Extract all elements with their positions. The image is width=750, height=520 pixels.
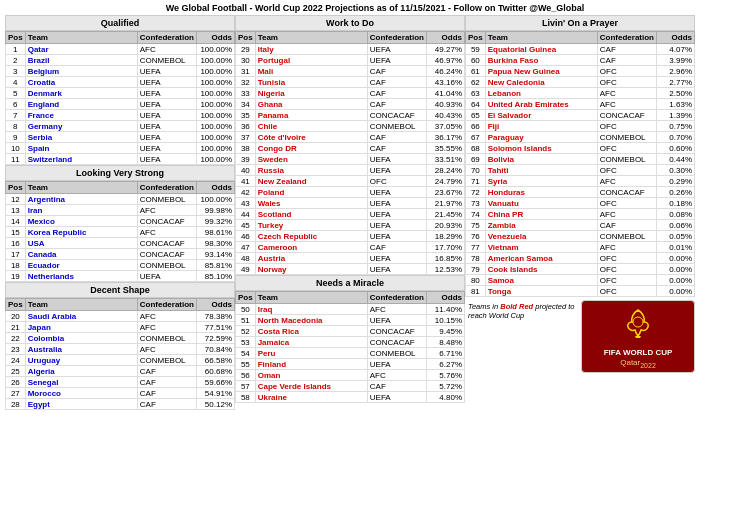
table-row: 17CanadaCONCACAF93.14% (6, 249, 235, 260)
table-row: 2BrazilCONMEBOL100.00% (6, 55, 235, 66)
looking-strong-header: Looking Very Strong (5, 165, 235, 181)
table-row: 12ArgentinaCONMEBOL100.00% (6, 194, 235, 205)
table-row: 8GermanyUEFA100.00% (6, 121, 235, 132)
table-row: 47CameroonCAF17.70% (236, 242, 465, 253)
table-row: 81TongaOFC0.00% (466, 286, 695, 297)
table-row: 80SamoaOFC0.00% (466, 275, 695, 286)
table-row: 15Korea RepublicAFC98.61% (6, 227, 235, 238)
table-row: 32TunisiaCAF43.16% (236, 77, 465, 88)
table-row: 79Cook IslandsOFC0.00% (466, 264, 695, 275)
table-row: 56OmanAFC5.76% (236, 370, 465, 381)
col2: Work to Do Pos Team Confederation Odds 2… (235, 15, 465, 410)
table-row: 7FranceUEFA100.00% (6, 110, 235, 121)
table-row: 20Saudi ArabiaAFC78.38% (6, 311, 235, 322)
table-row: 57Cape Verde IslandsCAF5.72% (236, 381, 465, 392)
note-bold-red: Bold Red (500, 302, 533, 311)
table-row: 35PanamaCONCACAF40.43% (236, 110, 465, 121)
table-row: 58UkraineUEFA4.80% (236, 392, 465, 403)
wc-trophy-icon (619, 305, 657, 343)
wc-main-text: FIFA WORLD CUP (604, 348, 673, 358)
table-row: 62New CaledoniaOFC2.77% (466, 77, 695, 88)
qualified-header: Qualified (5, 15, 235, 31)
table-row: 25AlgeriaCAF60.68% (6, 366, 235, 377)
decent-shape-header: Decent Shape (5, 282, 235, 298)
table-row: 72HondurasCONCACAF0.26% (466, 187, 695, 198)
table-row: 43WalesUEFA21.97% (236, 198, 465, 209)
table-row: 65El SalvadorCONCACAF1.39% (466, 110, 695, 121)
note-area: Teams in Bold Red projected to reach Wor… (465, 300, 579, 373)
table-row: 52Costa RicaCONCACAF9.45% (236, 326, 465, 337)
table-row: 51North MacedoniaUEFA10.15% (236, 315, 465, 326)
needs-miracle-header: Needs a Miracle (235, 275, 465, 291)
table-row: 29ItalyUEFA49.27% (236, 44, 465, 55)
table-row: 48AustriaUEFA16.85% (236, 253, 465, 264)
table-row: 76VenezuelaCONMEBOL0.05% (466, 231, 695, 242)
table-row: 4CroatiaUEFA100.00% (6, 77, 235, 88)
table-row: 67ParaguayCONMEBOL0.70% (466, 132, 695, 143)
table-row: 53JamaicaCONCACAF8.48% (236, 337, 465, 348)
table-row: 49NorwayUEFA12.53% (236, 264, 465, 275)
table-row: 45TurkeyUEFA20.93% (236, 220, 465, 231)
page-title: We Global Football - World Cup 2022 Proj… (0, 0, 750, 15)
table-row: 19NetherlandsUEFA85.10% (6, 271, 235, 282)
wc-sub-text: Qatar2022 (620, 358, 656, 369)
table-row: 42PolandUEFA23.67% (236, 187, 465, 198)
table-row: 75ZambiaCAF0.06% (466, 220, 695, 231)
livin-prayer-header: Livin' On a Prayer (465, 15, 695, 31)
table-row: 16USACONCACAF98.30% (6, 238, 235, 249)
table-row: 18EcuadorCONMEBOL85.81% (6, 260, 235, 271)
table-row: 24UruguayCONMEBOL66.58% (6, 355, 235, 366)
table-row: 41New ZealandOFC24.79% (236, 176, 465, 187)
table-row: 6EnglandUEFA100.00% (6, 99, 235, 110)
table-row: 74China PRAFC0.08% (466, 209, 695, 220)
table-row: 40RussiaUEFA28.24% (236, 165, 465, 176)
table-row: 5DenmarkUEFA100.00% (6, 88, 235, 99)
table-row: 68Solomon IslandsOFC0.60% (466, 143, 695, 154)
table-row: 60Burkina FasoCAF3.99% (466, 55, 695, 66)
table-row: 39SwedenUEFA33.51% (236, 154, 465, 165)
table-row: 21JapanAFC77.51% (6, 322, 235, 333)
table-row: 70TahitiOFC0.30% (466, 165, 695, 176)
table-row: 73VanuatuOFC0.18% (466, 198, 695, 209)
table-row: 37Côte d'IvoireCAF36.17% (236, 132, 465, 143)
table-row: 55FinlandUEFA6.27% (236, 359, 465, 370)
table-row: 50IraqAFC11.40% (236, 304, 465, 315)
table-row: 38Congo DRCAF35.55% (236, 143, 465, 154)
table-row: 59Equatorial GuineaCAF4.07% (466, 44, 695, 55)
table-row: 23AustraliaAFC70.84% (6, 344, 235, 355)
table-row: 9SerbiaUEFA100.00% (6, 132, 235, 143)
table-row: 28EgyptCAF50.12% (6, 399, 235, 410)
table-row: 71SyriaAFC0.29% (466, 176, 695, 187)
table-row: 34GhanaCAF40.93% (236, 99, 465, 110)
table-row: 78American SamoaOFC0.00% (466, 253, 695, 264)
work-todo-header: Work to Do (235, 15, 465, 31)
table-row: 66FijiOFC0.75% (466, 121, 695, 132)
table-row: 36ChileCONMEBOL37.05% (236, 121, 465, 132)
table-row: 69BoliviaCONMEBOL0.44% (466, 154, 695, 165)
table-row: 13IranAFC99.98% (6, 205, 235, 216)
col1: Qualified Pos Team Confederation Odds 1Q… (5, 15, 235, 410)
table-row: 44ScotlandUEFA21.45% (236, 209, 465, 220)
table-row: 63LebanonAFC2.50% (466, 88, 695, 99)
table-row: 31MaliCAF46.24% (236, 66, 465, 77)
table-row: 3BelgiumUEFA100.00% (6, 66, 235, 77)
table-row: 33NigeriaCAF41.04% (236, 88, 465, 99)
table-row: 30PortugalUEFA46.97% (236, 55, 465, 66)
wc-logo: FIFA WORLD CUP Qatar2022 (581, 300, 695, 373)
table-row: 27MoroccoCAF54.91% (6, 388, 235, 399)
table-row: 46Czech RepublicUEFA18.29% (236, 231, 465, 242)
table-row: 61Papua New GuineaOFC2.96% (466, 66, 695, 77)
table-row: 11SwitzerlandUEFA100.00% (6, 154, 235, 165)
table-row: 77VietnamAFC0.01% (466, 242, 695, 253)
table-row: 26SenegalCAF59.66% (6, 377, 235, 388)
table-row: 22ColombiaCONMEBOL72.59% (6, 333, 235, 344)
table-row: 64United Arab EmiratesAFC1.63% (466, 99, 695, 110)
table-row: 1QatarAFC100.00% (6, 44, 235, 55)
table-row: 14MexicoCONCACAF99.32% (6, 216, 235, 227)
col3: Livin' On a Prayer Pos Team Confederatio… (465, 15, 695, 410)
table-row: 10SpainUEFA100.00% (6, 143, 235, 154)
table-row: 54PeruCONMEBOL6.71% (236, 348, 465, 359)
